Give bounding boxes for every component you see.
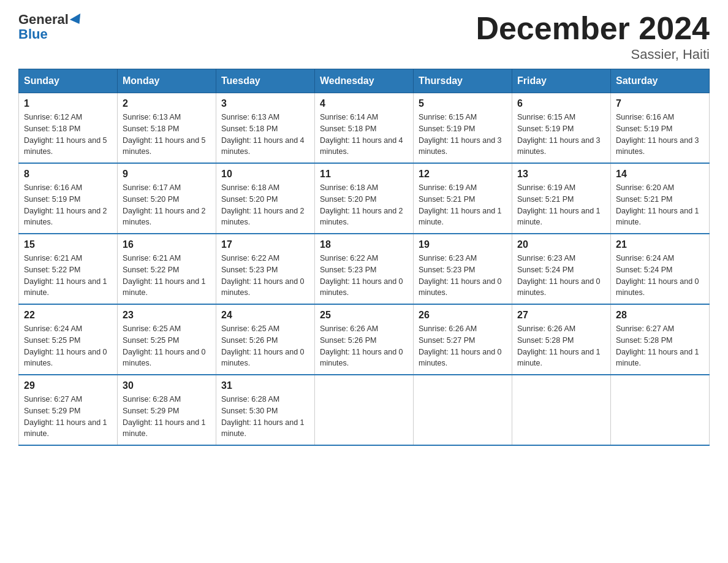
day-info: Sunrise: 6:13 AM Sunset: 5:18 PM Dayligh… [123, 112, 211, 158]
sunrise-label: Sunrise: 6:18 AM [320, 183, 378, 192]
sunset-label: Sunset: 5:18 PM [221, 124, 278, 133]
daylight-label: Daylight: 11 hours and 0 minutes. [221, 277, 305, 297]
calendar-cell: 12 Sunrise: 6:19 AM Sunset: 5:21 PM Dayl… [414, 163, 512, 234]
daylight-label: Daylight: 11 hours and 3 minutes. [616, 136, 699, 156]
daylight-label: Daylight: 11 hours and 5 minutes. [123, 136, 206, 156]
sunset-label: Sunset: 5:22 PM [24, 266, 80, 274]
sunrise-label: Sunrise: 6:23 AM [419, 254, 477, 262]
daylight-label: Daylight: 11 hours and 1 minute. [123, 418, 206, 439]
calendar-week-row: 1 Sunrise: 6:12 AM Sunset: 5:18 PM Dayli… [19, 93, 710, 164]
day-number: 24 [221, 310, 309, 321]
sunset-label: Sunset: 5:18 PM [320, 124, 376, 133]
day-number: 13 [517, 169, 605, 180]
sunset-label: Sunset: 5:29 PM [123, 407, 179, 415]
calendar-header-saturday: Saturday [611, 69, 710, 93]
sunset-label: Sunset: 5:19 PM [517, 124, 574, 133]
day-info: Sunrise: 6:14 AM Sunset: 5:18 PM Dayligh… [320, 112, 408, 158]
title-block: December 2024 Sassier, Haiti [476, 12, 710, 63]
day-info: Sunrise: 6:28 AM Sunset: 5:29 PM Dayligh… [123, 394, 211, 440]
calendar-cell: 8 Sunrise: 6:16 AM Sunset: 5:19 PM Dayli… [19, 163, 118, 234]
calendar-cell: 24 Sunrise: 6:25 AM Sunset: 5:26 PM Dayl… [216, 304, 315, 375]
day-number: 8 [24, 169, 112, 180]
day-number: 11 [320, 169, 408, 180]
sunrise-label: Sunrise: 6:22 AM [221, 254, 279, 262]
day-number: 16 [123, 239, 211, 250]
day-info: Sunrise: 6:16 AM Sunset: 5:19 PM Dayligh… [24, 182, 112, 228]
sunrise-label: Sunrise: 6:12 AM [24, 113, 82, 121]
day-info: Sunrise: 6:27 AM Sunset: 5:28 PM Dayligh… [616, 323, 704, 369]
day-number: 15 [24, 239, 112, 250]
page-title: December 2024 [476, 12, 710, 44]
day-info: Sunrise: 6:26 AM Sunset: 5:28 PM Dayligh… [517, 323, 605, 369]
calendar-cell: 30 Sunrise: 6:28 AM Sunset: 5:29 PM Dayl… [118, 375, 216, 445]
calendar-cell [414, 375, 512, 445]
page-subtitle: Sassier, Haiti [476, 47, 710, 63]
sunset-label: Sunset: 5:29 PM [24, 407, 80, 415]
calendar-week-row: 8 Sunrise: 6:16 AM Sunset: 5:19 PM Dayli… [19, 163, 710, 234]
day-number: 27 [517, 310, 605, 321]
sunset-label: Sunset: 5:19 PM [419, 124, 475, 133]
day-number: 14 [616, 169, 704, 180]
day-info: Sunrise: 6:26 AM Sunset: 5:27 PM Dayligh… [419, 323, 507, 369]
day-info: Sunrise: 6:18 AM Sunset: 5:20 PM Dayligh… [320, 182, 408, 228]
day-info: Sunrise: 6:21 AM Sunset: 5:22 PM Dayligh… [123, 253, 211, 299]
day-info: Sunrise: 6:16 AM Sunset: 5:19 PM Dayligh… [616, 112, 704, 158]
day-info: Sunrise: 6:22 AM Sunset: 5:23 PM Dayligh… [320, 253, 408, 299]
sunrise-label: Sunrise: 6:15 AM [419, 113, 477, 121]
daylight-label: Daylight: 11 hours and 0 minutes. [320, 277, 403, 297]
daylight-label: Daylight: 11 hours and 1 minute. [616, 207, 699, 227]
daylight-label: Daylight: 11 hours and 4 minutes. [320, 136, 403, 156]
sunrise-label: Sunrise: 6:18 AM [221, 183, 279, 192]
day-info: Sunrise: 6:18 AM Sunset: 5:20 PM Dayligh… [221, 182, 309, 228]
sunset-label: Sunset: 5:21 PM [517, 195, 574, 204]
calendar-cell: 26 Sunrise: 6:26 AM Sunset: 5:27 PM Dayl… [414, 304, 512, 375]
calendar-header-thursday: Thursday [414, 69, 512, 93]
logo-general-text: General [18, 12, 69, 27]
calendar-cell: 15 Sunrise: 6:21 AM Sunset: 5:22 PM Dayl… [19, 234, 118, 304]
calendar-cell: 6 Sunrise: 6:15 AM Sunset: 5:19 PM Dayli… [512, 93, 611, 164]
daylight-label: Daylight: 11 hours and 0 minutes. [616, 277, 699, 297]
daylight-label: Daylight: 11 hours and 4 minutes. [221, 136, 305, 156]
sunrise-label: Sunrise: 6:28 AM [123, 395, 181, 404]
daylight-label: Daylight: 11 hours and 1 minute. [221, 418, 305, 439]
sunset-label: Sunset: 5:19 PM [616, 124, 672, 133]
daylight-label: Daylight: 11 hours and 1 minute. [517, 207, 601, 227]
sunrise-label: Sunrise: 6:13 AM [221, 113, 279, 121]
calendar-cell [611, 375, 710, 445]
sunrise-label: Sunrise: 6:24 AM [616, 254, 674, 262]
sunset-label: Sunset: 5:18 PM [123, 124, 179, 133]
calendar-cell: 5 Sunrise: 6:15 AM Sunset: 5:19 PM Dayli… [414, 93, 512, 164]
sunrise-label: Sunrise: 6:22 AM [320, 254, 378, 262]
calendar-cell: 11 Sunrise: 6:18 AM Sunset: 5:20 PM Dayl… [315, 163, 414, 234]
calendar-cell: 31 Sunrise: 6:28 AM Sunset: 5:30 PM Dayl… [216, 375, 315, 445]
day-number: 19 [419, 239, 507, 250]
daylight-label: Daylight: 11 hours and 1 minute. [517, 348, 601, 368]
calendar-week-row: 22 Sunrise: 6:24 AM Sunset: 5:25 PM Dayl… [19, 304, 710, 375]
day-number: 30 [123, 380, 211, 391]
calendar-header-monday: Monday [118, 69, 216, 93]
sunset-label: Sunset: 5:20 PM [123, 195, 179, 204]
sunset-label: Sunset: 5:24 PM [616, 266, 672, 274]
day-number: 22 [24, 310, 112, 321]
day-number: 9 [123, 169, 211, 180]
sunrise-label: Sunrise: 6:24 AM [24, 324, 82, 333]
daylight-label: Daylight: 11 hours and 0 minutes. [320, 348, 403, 368]
daylight-label: Daylight: 11 hours and 0 minutes. [123, 348, 206, 368]
sunrise-label: Sunrise: 6:26 AM [320, 324, 378, 333]
calendar-cell [315, 375, 414, 445]
daylight-label: Daylight: 11 hours and 3 minutes. [419, 136, 502, 156]
calendar-cell: 9 Sunrise: 6:17 AM Sunset: 5:20 PM Dayli… [118, 163, 216, 234]
sunrise-label: Sunrise: 6:13 AM [123, 113, 181, 121]
sunrise-label: Sunrise: 6:17 AM [123, 183, 181, 192]
sunrise-label: Sunrise: 6:27 AM [616, 324, 674, 333]
sunset-label: Sunset: 5:27 PM [419, 336, 475, 345]
day-info: Sunrise: 6:24 AM Sunset: 5:25 PM Dayligh… [24, 323, 112, 369]
sunset-label: Sunset: 5:23 PM [419, 266, 475, 274]
day-number: 5 [419, 98, 507, 109]
sunrise-label: Sunrise: 6:15 AM [517, 113, 575, 121]
calendar-cell: 23 Sunrise: 6:25 AM Sunset: 5:25 PM Dayl… [118, 304, 216, 375]
day-number: 7 [616, 98, 704, 109]
calendar-header-row: SundayMondayTuesdayWednesdayThursdayFrid… [19, 69, 710, 93]
calendar-cell: 19 Sunrise: 6:23 AM Sunset: 5:23 PM Dayl… [414, 234, 512, 304]
sunrise-label: Sunrise: 6:14 AM [320, 113, 378, 121]
